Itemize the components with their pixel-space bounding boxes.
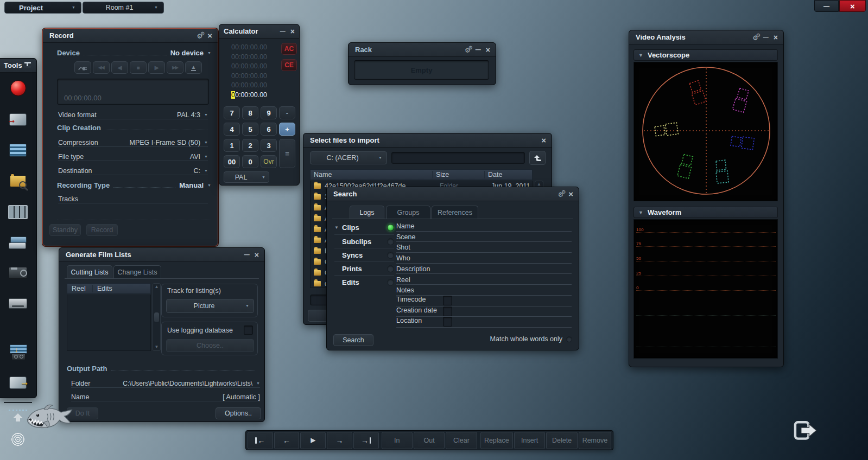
key-4[interactable]: 4 (224, 123, 240, 136)
app-close-button[interactable]: × (839, 0, 866, 12)
scrollbar-thumb[interactable] (154, 312, 160, 323)
key-overwrite[interactable]: Ovr (261, 155, 277, 168)
step-back-button[interactable]: ← (274, 432, 300, 449)
search-category-prints[interactable]: Prints (334, 261, 394, 275)
exit-button[interactable] (793, 418, 819, 444)
record-tool-icon[interactable] (8, 79, 28, 97)
settings-gears-icon[interactable]: ⚙⚙ (465, 45, 471, 54)
key-1[interactable]: 1 (224, 139, 240, 152)
out-button[interactable]: Out (414, 432, 445, 449)
column-name[interactable]: Name (311, 171, 433, 178)
all-clear-button[interactable]: AC (281, 43, 297, 55)
tab-cutting-lists[interactable]: Cutting Lists (67, 265, 112, 278)
search-field-notes[interactable]: Notes (396, 285, 572, 296)
key-00[interactable]: 00 (224, 155, 240, 168)
column-edits[interactable]: Edits (93, 285, 150, 292)
search-category-clips[interactable]: ▼ Clips (334, 221, 394, 234)
video-analysis-titlebar[interactable]: Video Analysis ⚙⚙ — × (629, 30, 783, 44)
step-forward-button[interactable]: → (327, 432, 352, 449)
step-back-button[interactable]: ◀ (111, 61, 128, 74)
search-field-timecode[interactable]: Timecode (396, 296, 572, 306)
key-8[interactable]: 8 (242, 106, 258, 119)
search-field-creation-date[interactable]: Creation date (396, 306, 572, 317)
use-logging-checkbox[interactable] (244, 325, 253, 335)
column-reel[interactable]: Reel (67, 285, 93, 292)
search-field-name[interactable]: Name (396, 221, 572, 232)
close-icon[interactable]: × (541, 136, 546, 144)
play-button[interactable]: ▶ (300, 432, 326, 449)
close-icon[interactable]: × (774, 34, 778, 41)
category-radio[interactable] (387, 224, 394, 231)
parent-folder-button[interactable] (529, 151, 546, 165)
file-list-header[interactable]: Name Size Date (310, 169, 533, 180)
calculator-titlebar[interactable]: Calculator — × (219, 24, 299, 39)
collapse-icon[interactable]: ▼ (638, 210, 643, 215)
disk-drive-tool-icon[interactable] (8, 295, 28, 312)
category-radio[interactable] (387, 265, 394, 272)
vectorscope-header[interactable]: ▼ Vectorscope (633, 49, 778, 61)
category-radio[interactable] (387, 279, 394, 286)
timecode-checkbox[interactable] (443, 296, 452, 305)
close-icon[interactable]: × (255, 251, 259, 259)
calculator-format-dropdown[interactable]: PAL (224, 171, 269, 183)
app-minimize-button[interactable]: — (814, 0, 839, 12)
eject-button[interactable]: ▲ (185, 61, 202, 74)
tab-logs[interactable]: Logs (350, 206, 384, 219)
go-to-end-button[interactable]: → (353, 432, 379, 449)
tile-windows-tool-icon[interactable] (8, 203, 28, 221)
search-media-tool-icon[interactable] (8, 173, 28, 190)
pin-icon[interactable] (24, 62, 31, 69)
record-button[interactable]: Record (86, 224, 118, 236)
close-icon[interactable]: × (568, 190, 573, 198)
video-format-dropdown[interactable]: PAL 4:3 (177, 111, 208, 119)
insert-button[interactable]: Insert (514, 432, 545, 449)
name-value[interactable]: [ Automatic ] (223, 393, 260, 401)
tab-change-lists[interactable]: Change Lists (113, 265, 161, 278)
file-type-dropdown[interactable]: AVI (190, 153, 208, 161)
key-minus[interactable]: - (279, 106, 295, 119)
category-radio[interactable] (387, 238, 394, 245)
filename-input[interactable] (391, 152, 525, 164)
close-icon[interactable]: × (207, 31, 212, 40)
tab-references[interactable]: References (432, 206, 478, 219)
search-category-edits[interactable]: Edits (334, 275, 394, 289)
search-field-who[interactable]: Who (396, 253, 572, 264)
collapse-icon[interactable]: ▼ (638, 53, 643, 58)
minimize-icon[interactable]: — (763, 35, 769, 40)
film-lists-titlebar[interactable]: Generate Film Lists — × (59, 248, 264, 262)
expand-triangle-icon[interactable]: ▼ (334, 225, 342, 230)
hardware-tool-icon[interactable] (8, 264, 28, 282)
go-to-start-button[interactable]: ← (248, 432, 273, 449)
clear-button[interactable]: Clear (446, 432, 477, 449)
import-tool-icon[interactable]: → (8, 111, 28, 128)
search-titlebar[interactable]: Search ⚙⚙ × (327, 187, 579, 201)
search-category-subclips[interactable]: Subclips (334, 234, 394, 248)
play-button[interactable]: ▶ (148, 61, 165, 74)
column-size[interactable]: Size (433, 171, 485, 178)
match-whole-words-radio[interactable] (566, 336, 572, 342)
rack-titlebar[interactable]: Rack ⚙⚙ — × (349, 43, 496, 57)
import-titlebar[interactable]: Select files to import × (303, 133, 552, 148)
destination-dropdown[interactable]: C: (194, 167, 208, 175)
in-button[interactable]: In (382, 432, 413, 449)
key-6[interactable]: 6 (261, 123, 277, 136)
options-button[interactable]: Options.. (216, 407, 261, 419)
close-icon[interactable]: × (486, 46, 490, 54)
export-tool-icon[interactable]: → (8, 374, 28, 391)
minimize-icon[interactable]: — (476, 47, 481, 53)
category-radio[interactable] (387, 252, 394, 259)
folder-dropdown[interactable]: C:\Users\Public\Documents\Lightworks\Lis… (123, 380, 260, 387)
waveform-header[interactable]: ▼ Waveform (633, 207, 778, 218)
tracks-tool-icon[interactable] (8, 142, 28, 159)
stop-button[interactable]: ■ (130, 61, 147, 74)
location-checkbox[interactable] (443, 317, 452, 327)
tab-groups[interactable]: Groups (386, 206, 430, 219)
rewind-button[interactable]: ◀◀ (93, 61, 110, 74)
track-dropdown[interactable]: Picture (166, 299, 254, 313)
export-to-tape-tool-icon[interactable]: ↓ (8, 344, 28, 362)
reel-table-scrollbar[interactable]: ▲ ▼ (153, 283, 161, 351)
drive-dropdown[interactable]: C: (ACER) (310, 151, 387, 164)
remove-button[interactable]: Remove (579, 432, 611, 449)
device-dropdown[interactable]: No device (170, 49, 211, 57)
record-titlebar[interactable]: Record ⚙⚙ × (43, 29, 218, 43)
